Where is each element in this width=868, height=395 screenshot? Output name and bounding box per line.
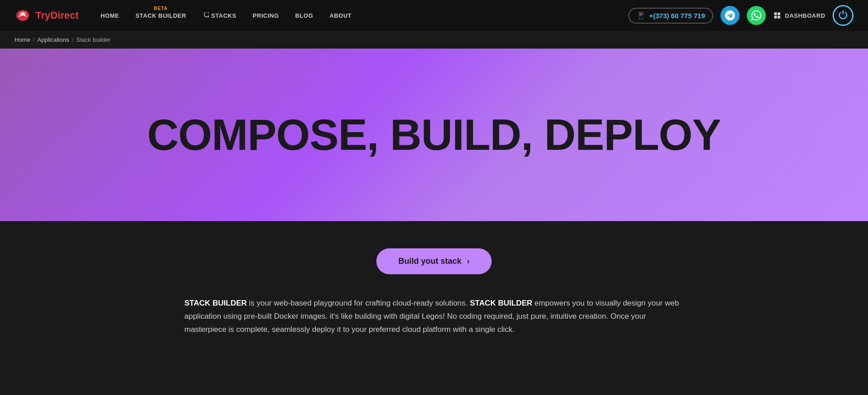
whatsapp-button[interactable] xyxy=(747,6,766,25)
phone-number: +(373) 60 775 719 xyxy=(649,12,705,20)
cta-button[interactable]: Build yout stack › xyxy=(376,248,491,274)
dashboard-button[interactable]: DASHBOARD xyxy=(773,11,825,20)
phone-icon: 📱 xyxy=(636,11,646,20)
stack-builder-wrapper: BETA STACK BUILDER xyxy=(135,12,186,19)
logo-direct: Direct xyxy=(50,10,79,21)
nav-links: HOME BETA STACK BUILDER STACKS PRICING xyxy=(100,11,351,20)
nav-link-blog[interactable]: BLOG xyxy=(295,12,313,19)
nav-link-pricing[interactable]: PRICING xyxy=(253,12,279,19)
navbar: TryDirect HOME BETA STACK BUILDER STACKS xyxy=(0,0,868,31)
nav-link-stacks[interactable]: STACKS xyxy=(211,12,236,19)
dashboard-icon xyxy=(773,11,781,20)
breadcrumb: Home / Applications / Stack builder xyxy=(0,31,868,49)
nav-item-home[interactable]: HOME xyxy=(100,11,119,20)
breadcrumb-home[interactable]: Home xyxy=(15,36,30,43)
telegram-button[interactable] xyxy=(720,6,740,25)
beta-label: BETA xyxy=(154,6,168,11)
search-icon xyxy=(202,12,209,19)
description-text: STACK BUILDER is your web-based playgrou… xyxy=(184,297,684,336)
nav-link-home[interactable]: HOME xyxy=(100,12,119,19)
svg-rect-3 xyxy=(778,16,780,19)
nav-item-pricing[interactable]: PRICING xyxy=(253,11,279,20)
navbar-left: TryDirect HOME BETA STACK BUILDER STACKS xyxy=(15,9,352,22)
main-content: Build yout stack › STACK BUILDER is your… xyxy=(0,221,868,364)
breadcrumb-sep-1: / xyxy=(33,36,35,43)
nav-item-blog[interactable]: BLOG xyxy=(295,11,313,20)
breadcrumb-current: Stack builder xyxy=(76,36,110,43)
svg-rect-1 xyxy=(778,12,780,15)
nav-item-stacks[interactable]: STACKS xyxy=(202,12,236,19)
chevron-right-icon: › xyxy=(467,257,470,266)
svg-rect-2 xyxy=(774,16,777,19)
breadcrumb-sep-2: / xyxy=(72,36,74,43)
nav-item-stack-builder[interactable]: BETA STACK BUILDER xyxy=(135,12,186,19)
logo[interactable]: TryDirect xyxy=(15,9,79,22)
logo-icon xyxy=(15,9,31,22)
phone-pill[interactable]: 📱 +(373) 60 775 719 xyxy=(628,8,713,24)
stacks-wrapper: STACKS xyxy=(202,12,236,19)
telegram-icon xyxy=(725,10,735,20)
nav-item-about[interactable]: ABOUT xyxy=(330,11,352,20)
logo-try: Try xyxy=(35,10,50,21)
svg-rect-0 xyxy=(774,12,777,15)
stack-builder-bold-2: STACK BUILDER xyxy=(470,299,533,307)
navbar-right: 📱 +(373) 60 775 719 DASHBOARD xyxy=(628,5,853,26)
power-icon xyxy=(838,10,848,21)
nav-link-stack-builder[interactable]: STACK BUILDER xyxy=(135,12,186,19)
cta-label: Build yout stack xyxy=(398,257,461,266)
hero-section: COMPOSE, BUILD, DEPLOY xyxy=(0,49,868,221)
breadcrumb-applications[interactable]: Applications xyxy=(37,36,69,43)
nav-link-about[interactable]: ABOUT xyxy=(330,12,352,19)
power-button[interactable] xyxy=(833,5,853,26)
stack-builder-bold-1: STACK BUILDER xyxy=(184,299,247,307)
hero-title: COMPOSE, BUILD, DEPLOY xyxy=(147,111,720,159)
logo-text: TryDirect xyxy=(35,10,79,21)
dashboard-label: DASHBOARD xyxy=(785,12,825,19)
whatsapp-icon xyxy=(751,10,761,20)
